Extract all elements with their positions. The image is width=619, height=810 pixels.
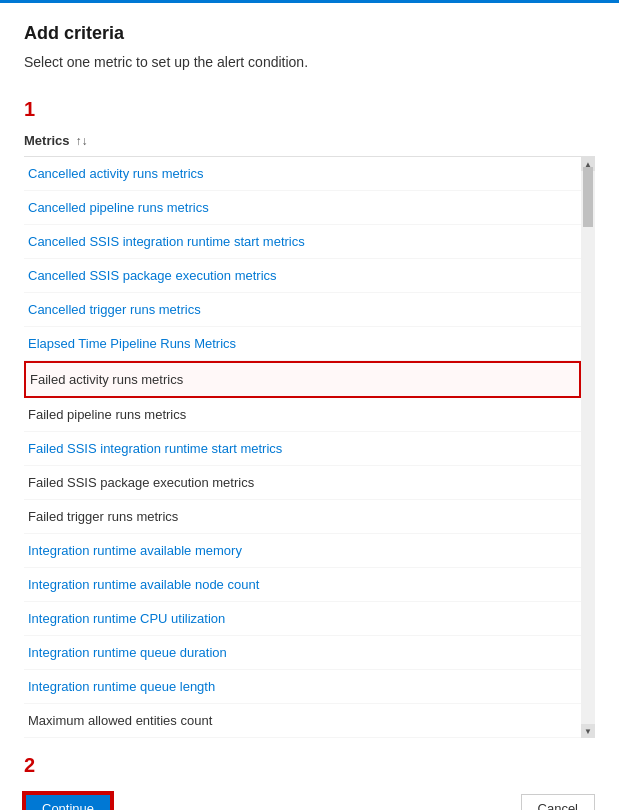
metrics-list-item[interactable]: Cancelled pipeline runs metrics	[24, 191, 581, 225]
metrics-list-item[interactable]: Cancelled activity runs metrics	[24, 157, 581, 191]
add-criteria-dialog: Add criteria Select one metric to set up…	[0, 0, 619, 810]
metrics-list: Cancelled activity runs metricsCancelled…	[24, 157, 581, 738]
metrics-list-item[interactable]: Elapsed Time Pipeline Runs Metrics	[24, 327, 581, 361]
metrics-list-wrapper: Cancelled activity runs metricsCancelled…	[24, 157, 595, 738]
metrics-list-item[interactable]: Integration runtime queue duration	[24, 636, 581, 670]
metrics-outer: Cancelled activity runs metricsCancelled…	[24, 157, 581, 738]
metrics-list-item[interactable]: Failed pipeline runs metrics	[24, 398, 581, 432]
metrics-list-item[interactable]: Cancelled SSIS package execution metrics	[24, 259, 581, 293]
metrics-list-item[interactable]: Cancelled SSIS integration runtime start…	[24, 225, 581, 259]
cancel-button[interactable]: Cancel	[521, 794, 595, 810]
continue-button[interactable]: Continue	[24, 793, 112, 810]
metrics-list-item[interactable]: Failed SSIS package execution metrics	[24, 466, 581, 500]
metrics-list-item[interactable]: Failed activity runs metrics	[24, 361, 581, 398]
metrics-list-item[interactable]: Integration runtime queue length	[24, 670, 581, 704]
scrollbar-down-arrow[interactable]: ▼	[581, 724, 595, 738]
metrics-list-item[interactable]: Integration runtime available memory	[24, 534, 581, 568]
dialog-subtitle: Select one metric to set up the alert co…	[24, 54, 595, 70]
metrics-section: Metrics ↑↓ Cancelled activity runs metri…	[0, 125, 619, 738]
dialog-footer: Continue Cancel	[0, 785, 619, 810]
metrics-list-item[interactable]: Failed SSIS integration runtime start me…	[24, 432, 581, 466]
dialog-header: Add criteria Select one metric to set up…	[0, 3, 619, 94]
dialog-title: Add criteria	[24, 23, 595, 44]
metrics-header: Metrics ↑↓	[24, 125, 595, 157]
metrics-column-header: Metrics	[24, 133, 70, 148]
metrics-list-item[interactable]: Integration runtime CPU utilization	[24, 602, 581, 636]
sort-icon[interactable]: ↑↓	[76, 134, 88, 148]
scrollbar[interactable]: ▲ ▼	[581, 157, 595, 738]
metrics-list-item[interactable]: Integration runtime available node count	[24, 568, 581, 602]
metrics-list-item[interactable]: Maximum allowed entities count	[24, 704, 581, 738]
metrics-list-item[interactable]: Failed trigger runs metrics	[24, 500, 581, 534]
scrollbar-thumb[interactable]	[583, 167, 593, 227]
step2-label: 2	[0, 738, 619, 785]
step1-label: 1	[0, 94, 619, 125]
metrics-list-item[interactable]: Cancelled trigger runs metrics	[24, 293, 581, 327]
